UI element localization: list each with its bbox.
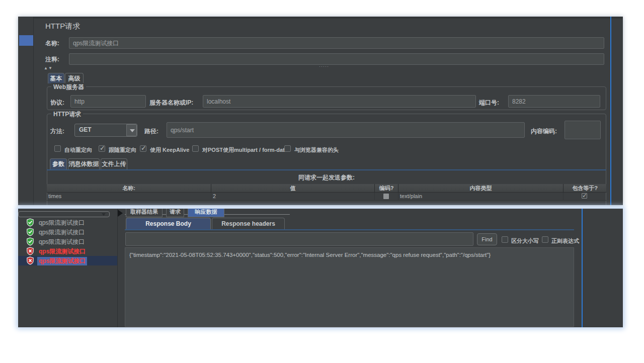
checkbox-browser-headers-label: 与浏览器兼容的头	[294, 146, 339, 154]
http-request-editor-window: HTTP请求 名称: qps限流测试接口 注释: ▲▼ ····· 基本 高级 …	[18, 17, 623, 205]
view-results-tree-window: qps限流测试接口 qps限流测试接口 qps限流测试接口 qps限流测试接口 …	[18, 208, 623, 327]
window-top-edge	[18, 17, 623, 19]
case-sensitive-checkbox[interactable]: ✓	[502, 236, 508, 243]
checkbox-multipart-label: 对POST使用multipart / form-data	[202, 146, 288, 154]
tab-body-data[interactable]: 消息体数据	[68, 158, 100, 169]
checkbox-follow-redirect[interactable]: ✓	[99, 145, 105, 152]
method-dropdown-arrow-icon[interactable]	[126, 124, 137, 136]
params-table-caption: 同请求一起发送参数:	[47, 173, 606, 182]
collapse-expand-arrows-icon[interactable]: ▲▼	[44, 66, 53, 70]
tab-response-data[interactable]: 响应数据	[188, 209, 224, 217]
port-input[interactable]: 8282	[508, 95, 600, 108]
right-scroll-indicator-line	[582, 209, 583, 327]
tree-item-result-1[interactable]: qps限流测试接口	[18, 218, 117, 227]
response-tab-underline	[125, 229, 574, 230]
method-label: 方法:	[50, 127, 64, 136]
col-header-name[interactable]: 名称:	[47, 184, 211, 193]
tree-filter-combo[interactable]	[18, 211, 110, 217]
col-header-include-equals[interactable]: 包含等于?	[564, 184, 606, 193]
server-label: 服务器名称或IP:	[149, 99, 193, 107]
encoding-input[interactable]	[565, 121, 601, 139]
find-input[interactable]	[125, 232, 473, 246]
path-label: 路径:	[144, 127, 158, 136]
error-shield-icon	[26, 256, 34, 267]
path-input[interactable]: qps/start	[167, 122, 525, 138]
param-row-name-cell[interactable]: times	[47, 193, 211, 201]
tree-item-result-5-selected[interactable]: qps限流测试接口	[18, 256, 117, 265]
comment-input[interactable]	[69, 53, 604, 65]
col-header-content-type[interactable]: 内容类型	[398, 184, 564, 193]
tree-panel-divider[interactable]	[117, 209, 118, 327]
httprequest-group-legend: HTTP请求	[51, 110, 83, 119]
page-title: HTTP请求	[45, 22, 80, 31]
tree-item-result-2[interactable]: qps限流测试接口	[18, 227, 117, 237]
param-row-content-type-cell[interactable]: text/plain	[398, 193, 564, 201]
method-selected-value: GET	[79, 126, 92, 133]
checkbox-follow-redirect-label: 跟随重定向	[109, 146, 136, 154]
splitter-grip-icon[interactable]: ·····	[319, 64, 329, 69]
name-label: 名称:	[45, 39, 59, 48]
checkbox-auto-redirect[interactable]: ✓	[54, 145, 61, 152]
tab-response-body[interactable]: Response Body	[126, 218, 211, 229]
col-header-value[interactable]: 值	[211, 184, 375, 193]
param-row-encode-checkbox[interactable]	[383, 194, 389, 199]
encoding-label: 内容编码:	[531, 127, 557, 136]
param-row-encode-cell[interactable]	[375, 193, 398, 201]
tab-parameters[interactable]: 参数	[50, 158, 67, 169]
regex-checkbox[interactable]: ✓	[542, 236, 548, 243]
tab-sampler-result[interactable]: 取样器结果	[126, 209, 163, 217]
param-row-value-cell[interactable]: 2	[211, 193, 375, 201]
webserver-group-legend: Web服务器	[51, 83, 86, 92]
tree-item-result-3[interactable]: qps限流测试接口	[18, 237, 117, 246]
tab-advanced[interactable]: 高级	[65, 73, 84, 83]
tab-request[interactable]: 请求	[166, 209, 184, 217]
tree-item-result-4[interactable]: qps限流测试接口	[18, 246, 117, 256]
tab-response-headers[interactable]: Response headers	[212, 218, 285, 229]
param-row-include-equals-checkbox[interactable]	[582, 193, 587, 199]
response-body-text[interactable]: {"timestamp":"2021-05-08T05:52:35.743+00…	[125, 247, 574, 327]
name-input[interactable]: qps限流测试接口	[69, 37, 604, 49]
param-tab-underline	[47, 169, 606, 170]
checkbox-keepalive[interactable]: ✓	[140, 145, 146, 152]
protocol-input[interactable]: http	[70, 95, 146, 108]
checkbox-auto-redirect-label: 自动重定向	[64, 146, 92, 154]
tab-file-upload[interactable]: 文件上传	[101, 158, 127, 169]
col-header-encode[interactable]: 编码?	[375, 184, 398, 193]
sidebar-selection-indicator	[19, 35, 33, 46]
checkbox-multipart[interactable]: ✓	[192, 145, 199, 152]
checkbox-keepalive-label: 使用 KeepAlive	[150, 146, 189, 154]
server-input[interactable]: localhost	[203, 95, 476, 108]
protocol-label: 协议:	[50, 99, 64, 107]
port-label: 端口号:	[479, 99, 499, 107]
result-tabs-strip: 取样器结果 请求 响应数据	[125, 209, 296, 217]
left-sidebar	[18, 17, 34, 205]
tab-basic[interactable]: 基本	[48, 73, 64, 83]
case-sensitive-label: 区分大小写	[511, 237, 539, 245]
right-scroll-indicator-line	[610, 17, 611, 205]
checkbox-browser-headers[interactable]: ✓	[284, 145, 291, 152]
regex-label: 正则表达式	[551, 237, 579, 245]
find-button[interactable]: Find	[477, 233, 497, 245]
param-row-include-equals-cell[interactable]	[564, 193, 606, 201]
comment-label: 注释:	[45, 55, 59, 64]
method-select[interactable]: GET	[74, 124, 137, 137]
